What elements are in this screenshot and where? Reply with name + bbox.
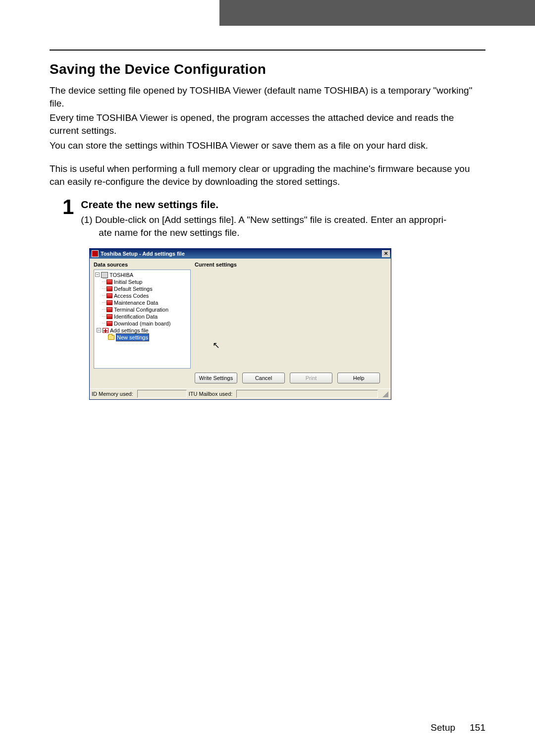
tree-item-label: Download (main board) <box>114 320 170 327</box>
help-button[interactable]: Help <box>337 373 380 383</box>
intro-p3: You can store the settings within TOSHIB… <box>50 139 485 152</box>
step-sub-line1: Double-click on [Add settings file]. A "… <box>95 215 446 225</box>
step-title: Create the new settings file. <box>81 199 446 211</box>
intro-p2: Every time TOSHIBA Viewer is opened, the… <box>50 111 485 137</box>
expand-icon[interactable]: − <box>97 328 101 332</box>
header-band-light <box>0 0 219 26</box>
tree-view[interactable]: − TOSHIBA ⋯ Initial Setup ⋯ <box>94 270 191 369</box>
tree-item-label: Identification Data <box>114 313 158 320</box>
step-sub: (1) Double-click on [Add settings file].… <box>81 214 446 239</box>
close-icon[interactable]: ✕ <box>382 250 390 257</box>
expand-icon[interactable]: − <box>95 272 100 277</box>
step-1: 1 Create the new settings file. (1) Doub… <box>62 199 485 239</box>
dialog-columns: Data sources − TOSHIBA ⋯ Initial Setup <box>94 262 387 369</box>
tree-new-label-selected[interactable]: New settings <box>116 333 149 341</box>
cancel-button[interactable]: Cancel <box>242 373 285 383</box>
dialog-title: Toshiba Setup - Add settings file <box>101 251 382 257</box>
section-title: Saving the Device Configuration <box>50 61 485 77</box>
tree-connector: ⋯ <box>102 299 106 306</box>
step-sub-line2: ate name for the new settings file. <box>81 226 446 239</box>
tree-item[interactable]: ⋯ Initial Setup <box>95 278 189 285</box>
setting-icon <box>107 307 112 312</box>
tree-item[interactable]: ⋯ Maintenance Data <box>95 299 189 306</box>
step-number: 1 <box>62 197 74 217</box>
tree-item-label: Initial Setup <box>114 278 142 285</box>
tree-item-label: Terminal Configuration <box>114 306 168 313</box>
left-column: Data sources − TOSHIBA ⋯ Initial Setup <box>94 262 191 369</box>
status-itu-mailbox-label: ITU Mailbox used: <box>189 391 235 397</box>
current-settings-header: Current settings <box>195 262 387 268</box>
intro-p4: This is useful when performing a full me… <box>50 162 485 188</box>
add-icon <box>103 328 108 333</box>
setting-icon <box>107 314 112 319</box>
tree-root[interactable]: − TOSHIBA <box>95 271 189 278</box>
footer-section: Setup <box>430 722 455 733</box>
setting-icon <box>107 293 112 298</box>
setting-icon <box>107 286 112 291</box>
folder-icon <box>108 335 114 340</box>
setting-icon <box>107 321 112 326</box>
tree-item[interactable]: ⋯ Terminal Configuration <box>95 306 189 313</box>
header-band <box>0 0 535 26</box>
cursor-icon: ↖ <box>213 340 220 351</box>
print-button: Print <box>290 373 332 383</box>
tree-connector: ⋯ <box>102 285 106 292</box>
status-id-memory-field <box>137 390 187 398</box>
tree-item[interactable]: ⋯ Default Settings <box>95 285 189 292</box>
dialog-titlebar[interactable]: Toshiba Setup - Add settings file ✕ <box>90 249 391 259</box>
setting-icon <box>107 279 112 284</box>
tree-add-settings[interactable]: − Add settings file <box>95 327 189 334</box>
dialog-body: Data sources − TOSHIBA ⋯ Initial Setup <box>90 259 391 388</box>
status-bar: ID Memory used: ITU Mailbox used: <box>90 388 391 399</box>
step-body: Create the new settings file. (1) Double… <box>81 199 446 239</box>
tree-item-label: Maintenance Data <box>114 299 158 306</box>
tree-new-settings[interactable]: New settings <box>95 334 189 341</box>
step-sub-prefix: (1) <box>81 215 92 225</box>
page-content: Saving the Device Configuration The devi… <box>0 26 535 400</box>
tree-item[interactable]: ⋯ Access Codes <box>95 292 189 299</box>
write-settings-button[interactable]: Write Settings <box>195 373 237 383</box>
tree-add-label: Add settings file <box>110 327 149 334</box>
tree-connector: ⋯ <box>102 292 106 299</box>
tree-connector: ⋯ <box>102 278 106 285</box>
resize-grip-icon[interactable] <box>381 390 389 398</box>
page-footer: Setup 151 <box>430 722 485 733</box>
status-itu-mailbox-field <box>236 390 378 398</box>
dialog-screenshot: Toshiba Setup - Add settings file ✕ Data… <box>89 248 391 400</box>
top-rule <box>50 50 485 51</box>
intro-block-1: The device setting file opened by TOSHIB… <box>50 84 485 152</box>
intro-p1: The device setting file opened by TOSHIB… <box>50 84 485 109</box>
dialog-window: Toshiba Setup - Add settings file ✕ Data… <box>89 248 391 400</box>
tree-item[interactable]: ⋯ Download (main board) <box>95 320 189 327</box>
footer-page-number: 151 <box>458 722 485 733</box>
header-band-dark <box>219 0 535 26</box>
tree-connector: ⋯ <box>102 306 106 313</box>
status-id-memory-label: ID Memory used: <box>92 391 135 397</box>
data-sources-header: Data sources <box>94 262 191 268</box>
tree-item-label: Access Codes <box>114 292 149 299</box>
app-icon <box>92 250 99 257</box>
tree-item[interactable]: ⋯ Identification Data <box>95 313 189 320</box>
intro-block-2: This is useful when performing a full me… <box>50 162 485 188</box>
tree-root-label: TOSHIBA <box>109 271 133 278</box>
tree-connector: ⋯ <box>102 313 106 320</box>
right-column: Current settings ↖ <box>191 262 387 369</box>
setting-icon <box>107 300 112 305</box>
dialog-buttons: Write Settings Cancel Print Help <box>195 369 387 386</box>
device-icon <box>101 272 108 278</box>
tree-item-label: Default Settings <box>114 285 153 292</box>
tree-connector: ⋯ <box>102 320 106 327</box>
